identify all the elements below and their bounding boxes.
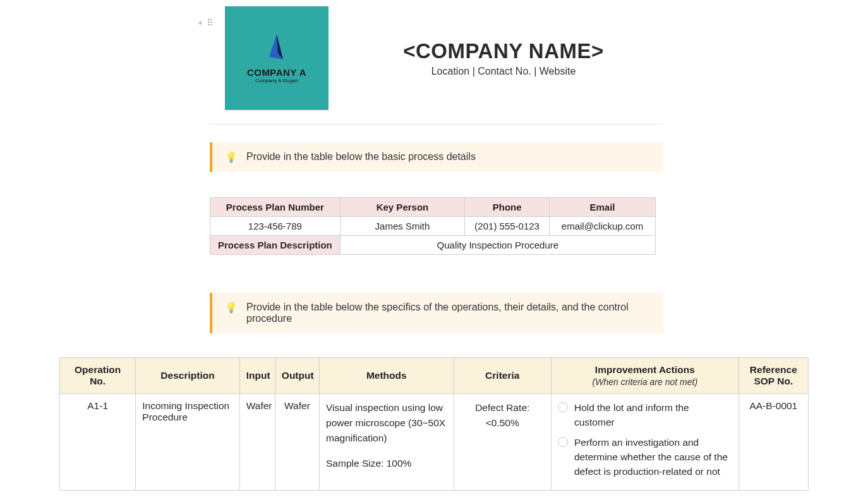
th-criteria: Criteria	[454, 358, 551, 394]
logo-company-name: COMPANY A	[247, 67, 306, 78]
td-key-person[interactable]: James Smith	[340, 217, 465, 236]
td-email[interactable]: email@clickup.com	[550, 217, 656, 236]
callout-process-details: 💡 Provide in the table below the basic p…	[210, 142, 663, 172]
td-description[interactable]: Incoming Inspection Procedure	[136, 394, 239, 491]
methods-line2: Sample Size: 100%	[326, 456, 447, 471]
callout-operations: 💡 Provide in the table below the specifi…	[210, 293, 663, 333]
list-item: Perform an investigation and determine w…	[558, 435, 732, 479]
methods-line1: Visual inspection using low power micros…	[326, 400, 447, 446]
process-details-table: Process Plan Number Key Person Phone Ema…	[210, 197, 656, 255]
list-item: Hold the lot and inform the customer	[558, 400, 732, 430]
operations-table: Operation No. Description Input Output M…	[59, 357, 809, 491]
table-row: A1-1 Incoming Inspection Procedure Wafer…	[60, 394, 809, 491]
td-input[interactable]: Wafer	[239, 394, 275, 491]
drag-handle-icon[interactable]: ⠿	[207, 18, 213, 28]
th-phone: Phone	[465, 198, 550, 217]
th-description: Description	[136, 358, 239, 394]
header-area: COMPANY A Company A Slogan <COMPANY NAME…	[225, 6, 663, 110]
th-key-person: Key Person	[340, 198, 465, 217]
document-page: + ⠿ COMPANY A Company A Slogan <COMPANY …	[0, 6, 868, 491]
th-improvement-sub: (When criteria are not met)	[558, 377, 732, 387]
divider	[210, 124, 663, 125]
td-op-no[interactable]: A1-1	[60, 394, 136, 491]
th-reference: Reference SOP No.	[738, 358, 808, 394]
td-plan-number[interactable]: 123-456-789	[210, 217, 341, 236]
action-text: Hold the lot and inform the customer	[574, 400, 732, 430]
th-plan-description: Process Plan Description	[210, 236, 341, 255]
page-subtitle: Location | Contact No. | Website	[344, 66, 663, 77]
callout-text: Provide in the table below the specifics…	[246, 302, 651, 324]
radio-icon[interactable]	[558, 402, 568, 412]
th-operation-no: Operation No.	[60, 358, 136, 394]
td-plan-description[interactable]: Quality Inspection Procedure	[340, 236, 655, 255]
block-controls: + ⠿	[198, 18, 213, 28]
company-logo: COMPANY A Company A Slogan	[225, 6, 329, 110]
td-output[interactable]: Wafer	[275, 394, 319, 491]
td-phone[interactable]: (201) 555-0123	[465, 217, 550, 236]
th-improvement: Improvement Actions (When criteria are n…	[551, 358, 738, 394]
lightbulb-icon: 💡	[225, 302, 238, 314]
logo-slogan: Company A Slogan	[255, 78, 298, 83]
criteria-line1: Defect Rate:	[461, 400, 545, 415]
criteria-line2: <0.50%	[461, 415, 545, 431]
th-plan-number: Process Plan Number	[210, 198, 341, 217]
add-block-icon[interactable]: +	[198, 18, 203, 28]
page-title: <COMPANY NAME>	[344, 39, 663, 63]
th-improvement-main: Improvement Actions	[595, 364, 695, 375]
td-reference[interactable]: AA-B-0001	[738, 394, 808, 491]
td-criteria[interactable]: Defect Rate: <0.50%	[454, 394, 551, 491]
callout-text: Provide in the table below the basic pro…	[246, 151, 476, 163]
td-improvement[interactable]: Hold the lot and inform the customer Per…	[551, 394, 738, 491]
radio-icon[interactable]	[558, 437, 568, 447]
action-text: Perform an investigation and determine w…	[574, 435, 732, 479]
th-email: Email	[550, 198, 656, 217]
logo-mark-icon	[264, 33, 289, 64]
lightbulb-icon: 💡	[225, 151, 238, 163]
th-input: Input	[239, 358, 275, 394]
th-methods: Methods	[320, 358, 454, 394]
td-methods[interactable]: Visual inspection using low power micros…	[320, 394, 454, 491]
th-output: Output	[275, 358, 319, 394]
